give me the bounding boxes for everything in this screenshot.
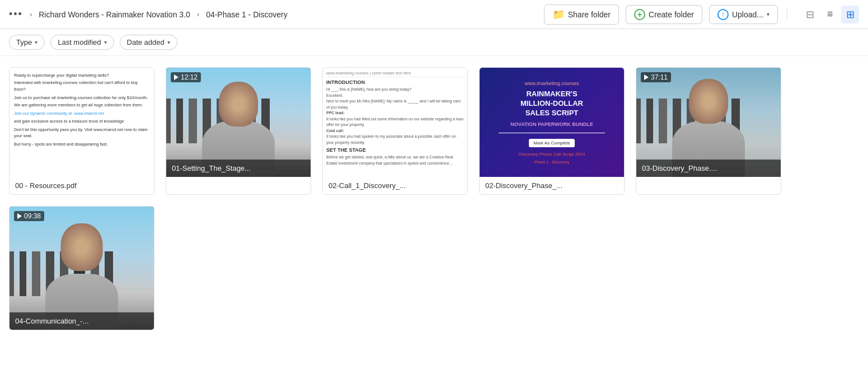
intro-body-5: Before we get started, real quick, a lit…	[326, 155, 464, 166]
intro-body-1: Hi ___, this is [NAME], how are you doin…	[326, 87, 464, 93]
list-view-icon: ≡	[827, 8, 833, 20]
intro-preview-2: www.imarketing.courses | some header tex…	[323, 68, 467, 177]
video-duration-4: 37:11	[641, 72, 671, 82]
intro-body-2: Nice to meet you Mr./Mrs.[NAME]. My name…	[326, 99, 464, 110]
intro-section-title-2: INTRODUCTION	[326, 79, 464, 85]
breadcrumb-current[interactable]: 04-Phase 1 - Discovery	[206, 10, 288, 19]
date-added-caret-icon: ▾	[167, 39, 170, 45]
share-folder-label: Share folder	[568, 10, 611, 19]
file-grid-row2: 09:38 04-Communication_-...	[0, 206, 868, 341]
play-icon-1	[174, 74, 179, 80]
video-name-bar-4: 03-Discovery_Phase....	[636, 160, 781, 177]
video-duration-5: 09:38	[14, 211, 44, 221]
file-card-0[interactable]: Ready to supercharge your digital market…	[9, 67, 154, 195]
file-card-2[interactable]: www.imarketing.courses | some header tex…	[322, 67, 468, 195]
novation-www-3: www.imarketing.courses	[524, 81, 579, 86]
pdf-line-7: Join our dynamic community at: www.imarc…	[14, 110, 149, 116]
intro-body-label4: Cold call:	[326, 128, 464, 134]
intro-header-2: www.imarketing.courses | some header tex…	[326, 71, 464, 77]
duration-text-1: 12:12	[181, 73, 198, 81]
duration-text-5: 09:38	[24, 212, 41, 220]
date-added-filter-label: Date added	[127, 38, 165, 46]
list-view-button[interactable]: ≡	[821, 6, 839, 24]
file-name-0: 00 - Resources.pdf	[10, 177, 154, 194]
intro-body-label2: Excellent.	[326, 93, 464, 99]
type-filter-caret-icon: ▾	[35, 39, 37, 45]
breadcrumb-chevron-2: ›	[197, 10, 199, 18]
share-folder-button[interactable]: 📁 Share folder	[544, 4, 619, 25]
file-name-3: 02-Discovery_Phase_...	[480, 177, 624, 194]
novation-subtitle-3: NOVATION PAPERWORK BUNDLE	[510, 121, 593, 127]
upload-chevron-icon: ▾	[767, 11, 770, 17]
date-added-filter-button[interactable]: Date added ▾	[120, 35, 177, 50]
filterbar: Type ▾ Last modified ▾ Date added ▾	[0, 29, 868, 56]
file-thumb-1: 12:12 01-Setting_The_Stage...	[166, 68, 311, 177]
play-icon-5	[17, 213, 22, 219]
file-thumb-5: 09:38 04-Communication_-...	[10, 207, 154, 330]
thumbnail-view-button[interactable]: ⊟	[801, 6, 819, 24]
intro-body-3: It looks like you had filled out some in…	[326, 116, 464, 128]
pdf-preview-0: Ready to supercharge your digital market…	[10, 68, 154, 177]
person-head-1	[219, 82, 258, 127]
novation-title-3: RAINMAKER'S MILLION-DOLLAR SALES SCRIPT	[520, 90, 583, 118]
novation-btn-3: Mark As Complete	[529, 139, 574, 147]
intro-body-4: It looks like you had spoken to my assoc…	[326, 134, 464, 146]
file-name-2: 02-Call_1_Discovery_...	[323, 177, 467, 194]
pdf-line-8: and gain exclusive access to a treasure …	[14, 118, 149, 124]
file-card-5[interactable]: 09:38 04-Communication_-...	[9, 206, 154, 330]
novation-preview-3: www.imarketing.courses RAINMAKER'S MILLI…	[480, 68, 624, 177]
dots-icon: •••	[9, 8, 23, 20]
file-thumb-0: Ready to supercharge your digital market…	[10, 68, 154, 177]
breadcrumb-chevron-1: ›	[30, 10, 32, 18]
duration-text-4: 37:11	[651, 73, 668, 81]
pdf-line-12: But hurry - spots are limited and disapp…	[14, 141, 149, 147]
pdf-line-1: Ready to supercharge your digital market…	[14, 72, 149, 78]
file-thumb-2: www.imarketing.courses | some header tex…	[323, 68, 467, 177]
file-grid: Ready to supercharge your digital market…	[0, 56, 868, 206]
more-options-button[interactable]: •••	[9, 8, 23, 20]
create-folder-label: Create folder	[649, 10, 694, 19]
file-card-3[interactable]: www.imarketing.courses RAINMAKER'S MILLI…	[479, 67, 625, 195]
last-modified-filter-label: Last modified	[58, 38, 101, 46]
video-name-bar-5: 04-Communication_-...	[10, 312, 154, 330]
grid-view-icon: ⊞	[846, 8, 855, 21]
file-thumb-3: www.imarketing.courses RAINMAKER'S MILLI…	[480, 68, 624, 177]
folder-share-icon: 📁	[552, 8, 565, 21]
pdf-line-10: Don't let this opportunity pass you by. …	[14, 127, 149, 139]
breadcrumb-root[interactable]: Richard Wonders - Rainmaker Novation 3.0	[39, 10, 190, 19]
file-card-4[interactable]: 37:11 03-Discovery_Phase....	[636, 67, 781, 195]
play-icon-4	[644, 74, 649, 80]
thumbnail-view-icon: ⊟	[806, 8, 814, 21]
person-head-5	[61, 223, 103, 271]
type-filter-button[interactable]: Type ▾	[9, 35, 45, 50]
type-filter-label: Type	[16, 38, 32, 46]
toolbar-divider	[787, 9, 787, 20]
upload-label: Upload...	[732, 10, 763, 19]
video-preview-1: 12:12 01-Setting_The_Stage...	[166, 68, 311, 177]
grid-view-button[interactable]: ⊞	[841, 6, 859, 24]
last-modified-filter-button[interactable]: Last modified ▾	[50, 35, 114, 50]
novation-link-3: Phase 1 - Discovery	[534, 160, 570, 164]
file-card-1[interactable]: 12:12 01-Setting_The_Stage...	[166, 67, 311, 195]
view-icons-group: ⊟ ≡ ⊞	[801, 6, 859, 24]
pdf-line-5: We are gathering more members to get all…	[14, 102, 149, 108]
create-folder-button[interactable]: + Create folder	[626, 5, 702, 24]
video-duration-1: 12:12	[171, 72, 201, 82]
pdf-line-2: Interested with imarketing.courses colle…	[14, 79, 149, 92]
topbar: ••• › Richard Wonders - Rainmaker Novati…	[0, 0, 868, 29]
upload-icon: ↑	[717, 9, 729, 20]
novation-doc-title-3: Discovery Phase Call Script 2024	[519, 152, 585, 157]
file-thumb-4: 37:11 03-Discovery_Phase....	[636, 68, 781, 177]
intro-section-title-stage: SET THE STAGE	[326, 147, 464, 153]
last-modified-caret-icon: ▾	[104, 39, 107, 45]
video-name-bar-1: 01-Setting_The_Stage...	[166, 160, 311, 177]
video-preview-5: 09:38 04-Communication_-...	[10, 207, 154, 330]
upload-button[interactable]: ↑ Upload... ▾	[709, 5, 778, 24]
person-head-4	[689, 79, 728, 124]
create-folder-icon: +	[634, 9, 645, 20]
topbar-actions: 📁 Share folder + Create folder ↑ Upload.…	[544, 4, 859, 25]
pdf-line-4: Join us to purchase all imarketing.cours…	[14, 95, 149, 101]
video-preview-4: 37:11 03-Discovery_Phase....	[636, 68, 781, 177]
intro-body-label3: PPC lead:	[326, 110, 464, 116]
